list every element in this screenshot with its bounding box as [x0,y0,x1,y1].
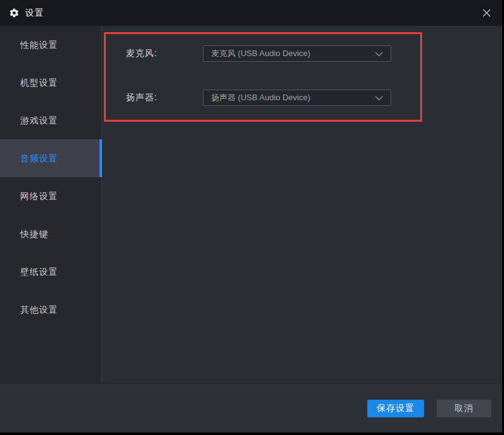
sidebar-item-label: 音频设置 [20,153,58,163]
sidebar-item-performance[interactable]: 性能设置 [0,26,101,64]
close-button[interactable] [474,0,498,26]
close-icon [483,9,491,17]
speaker-dropdown-value: 扬声器 (USB Audio Device) [211,92,311,103]
gear-icon [9,8,20,18]
footer: 保存设置 取消 [0,383,502,432]
save-settings-button[interactable]: 保存设置 [367,400,424,417]
sidebar-item-other[interactable]: 其他设置 [0,291,101,328]
window-title: 设置 [25,8,44,19]
sidebar-item-device[interactable]: 机型设置 [0,64,101,102]
sidebar-item-hotkeys[interactable]: 快捷键 [0,215,101,253]
sidebar-item-wallpaper[interactable]: 壁纸设置 [0,253,101,291]
microphone-label: 麦克风: [126,48,158,59]
chevron-down-icon [375,52,383,57]
settings-window: 设置 性能设置 机型设置 游戏设置 音频设置 网络设置 快捷键 壁纸设置 其他设… [0,0,502,432]
sidebar: 性能设置 机型设置 游戏设置 音频设置 网络设置 快捷键 壁纸设置 其他设置 [0,26,102,383]
sidebar-item-audio[interactable]: 音频设置 [0,139,101,177]
speaker-dropdown[interactable]: 扬声器 (USB Audio Device) [203,90,391,106]
window-body: 性能设置 机型设置 游戏设置 音频设置 网络设置 快捷键 壁纸设置 其他设置 麦… [0,26,502,383]
titlebar: 设置 [0,0,502,26]
cancel-button[interactable]: 取消 [437,400,491,417]
microphone-dropdown-value: 麦克风 (USB Audio Device) [211,48,311,59]
sidebar-item-game[interactable]: 游戏设置 [0,102,101,139]
main-panel: 麦克风: 麦克风 (USB Audio Device) 扬声器: 扬声器 (US… [102,26,502,383]
chevron-down-icon [375,96,383,101]
microphone-dropdown[interactable]: 麦克风 (USB Audio Device) [203,45,391,62]
speaker-label: 扬声器: [126,92,158,103]
sidebar-item-network[interactable]: 网络设置 [0,177,101,215]
